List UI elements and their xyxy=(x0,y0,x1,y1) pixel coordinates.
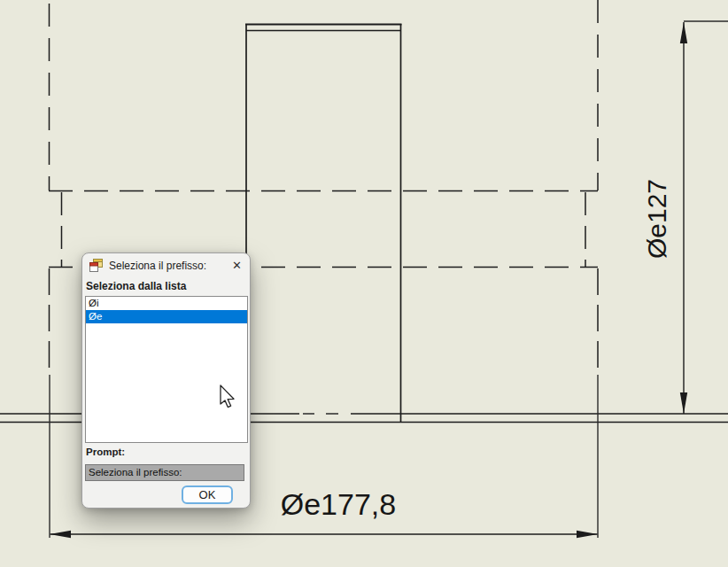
prefix-listbox[interactable]: Øi Øe xyxy=(85,296,248,443)
list-item-prefix-0[interactable]: Øi xyxy=(86,297,247,310)
arrowhead-up xyxy=(680,22,687,43)
mouse-cursor-icon xyxy=(220,384,237,411)
arrowhead-right xyxy=(577,531,598,538)
dialog-title: Seleziona il prefisso: xyxy=(109,260,206,272)
arrowhead-left xyxy=(50,531,71,538)
list-item-prefix-1[interactable]: Øe xyxy=(86,310,247,323)
dimension-label-diameter-177: Øe177,8 xyxy=(263,487,414,522)
winforms-app-icon xyxy=(89,259,103,272)
dimension-label-diameter-127: Øe127 xyxy=(639,166,676,272)
close-icon[interactable]: ✕ xyxy=(232,260,242,272)
dimension-vertical xyxy=(680,21,728,414)
cad-canvas: Øe177,8 Øe127 Seleziona il prefisso: ✕ S… xyxy=(0,0,728,567)
list-label: Seleziona dalla lista xyxy=(86,280,186,292)
arrowhead-down xyxy=(680,392,687,414)
dialog-titlebar[interactable]: Seleziona il prefisso: ✕ xyxy=(82,253,250,277)
prompt-label: Prompt: xyxy=(86,447,125,457)
prefix-dialog: Seleziona il prefisso: ✕ Seleziona dalla… xyxy=(81,252,251,509)
prompt-field[interactable]: Seleziona il prefisso: xyxy=(85,464,244,481)
ok-button[interactable]: OK xyxy=(182,485,233,504)
